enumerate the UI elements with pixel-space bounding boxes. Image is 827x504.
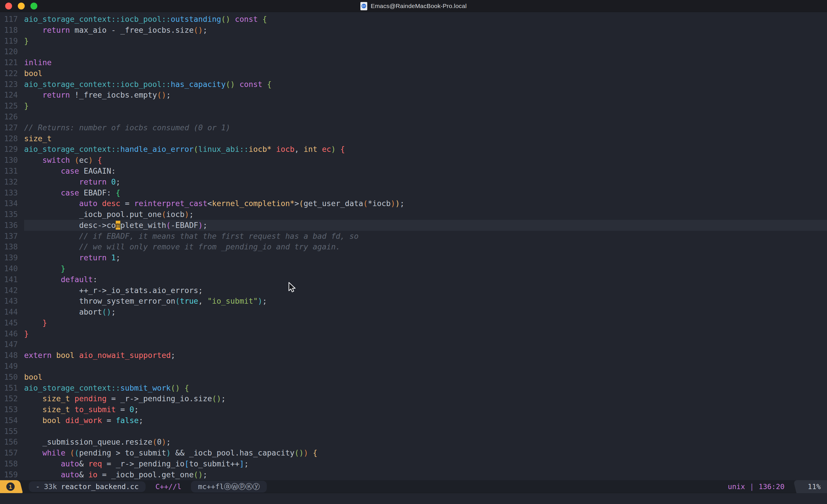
line-number: 119 xyxy=(0,36,18,47)
code-text[interactable]: aio_storage_context::handle_aio_error(li… xyxy=(24,144,827,155)
close-button[interactable] xyxy=(5,3,12,9)
line-number: 143 xyxy=(0,296,18,307)
modeline: 1 - 33k reactor_backend.cc C++//l mc++fl… xyxy=(0,480,827,493)
code-line: 122bool xyxy=(0,68,827,79)
code-text[interactable]: auto& req = _r->_pending_io[to_submit++]… xyxy=(24,458,827,469)
code-line: 133 case EBADF: { xyxy=(0,188,827,198)
code-line: 145 } xyxy=(0,317,827,329)
code-text[interactable]: _submission_queue.resize(0); xyxy=(24,437,827,447)
minimize-button[interactable] xyxy=(18,3,25,9)
window-number-badge: 1 xyxy=(0,480,25,493)
code-line: 144 abort(); xyxy=(0,307,827,317)
line-number: 132 xyxy=(0,177,18,188)
echo-area[interactable] xyxy=(0,493,827,504)
code-line: 153 size_t to_submit = 0; xyxy=(0,404,827,415)
code-text[interactable]: size_t pending = _r->_pending_io.size(); xyxy=(24,393,827,404)
code-text[interactable]: while ((pending > to_submit) && _iocb_po… xyxy=(24,447,827,458)
code-line: 132 return 0; xyxy=(0,177,827,188)
code-text[interactable]: } xyxy=(24,329,827,339)
code-text[interactable]: auto desc = reinterpret_cast<kernel_comp… xyxy=(24,198,827,209)
minor-modes-segment: mc++flⓐⓌⓟⓀⓨ xyxy=(191,481,266,493)
code-line: 136 desc->complete_with(-EBADF); xyxy=(0,220,827,231)
code-line: 158 auto& req = _r->_pending_io[to_submi… xyxy=(0,458,827,469)
code-text[interactable]: auto& io = _iocb_pool.get_one(); xyxy=(24,469,827,480)
scroll-percent-segment: 11% xyxy=(792,480,827,493)
code-text[interactable]: inline xyxy=(24,57,827,68)
code-line: 129aio_storage_context::handle_aio_error… xyxy=(0,144,827,155)
code-text[interactable]: // if EBADF, it means that the first req… xyxy=(24,231,827,242)
code-text[interactable]: return max_aio - _free_iocbs.size(); xyxy=(24,25,827,36)
code-text[interactable]: throw_system_error_on(true, "io_submit")… xyxy=(24,296,827,307)
code-text[interactable]: } xyxy=(24,100,827,111)
code-text[interactable]: return 1; xyxy=(24,252,827,263)
code-line: 118 return max_aio - _free_iocbs.size(); xyxy=(0,25,827,36)
code-text[interactable]: return !_free_iocbs.empty(); xyxy=(24,90,827,100)
line-number: 134 xyxy=(0,198,18,209)
line-number: 138 xyxy=(0,241,18,252)
line-number: 157 xyxy=(0,447,18,458)
code-text[interactable]: aio_storage_context::iocb_pool::has_capa… xyxy=(24,79,827,90)
code-text[interactable] xyxy=(24,46,827,57)
code-text[interactable]: return 0; xyxy=(24,177,827,188)
line-number: 137 xyxy=(0,231,18,242)
line-number: 131 xyxy=(0,166,18,177)
code-text[interactable]: } xyxy=(24,263,827,274)
code-text[interactable]: ++_r->_io_stats.aio_errors; xyxy=(24,285,827,296)
code-text[interactable] xyxy=(24,426,827,437)
eol-indicator: unix xyxy=(728,483,745,491)
code-text[interactable]: // Returns: number of iocbs consumed (0 … xyxy=(24,122,827,133)
code-line: 119} xyxy=(0,36,827,47)
code-line: 143 throw_system_error_on(true, "io_subm… xyxy=(0,296,827,307)
line-number: 148 xyxy=(0,350,18,361)
code-text[interactable]: } xyxy=(24,317,827,329)
code-text[interactable] xyxy=(24,361,827,372)
code-line: 117aio_storage_context::iocb_pool::outst… xyxy=(0,14,827,25)
major-mode[interactable]: C++//l xyxy=(155,483,181,491)
code-text[interactable] xyxy=(24,339,827,350)
code-text[interactable]: bool xyxy=(24,372,827,383)
line-number: 129 xyxy=(0,144,18,155)
code-text[interactable]: desc->complete_with(-EBADF); xyxy=(24,220,827,231)
code-line: 155 xyxy=(0,426,827,437)
buffer-name[interactable]: reactor_backend.cc xyxy=(61,483,139,491)
code-text[interactable]: size_t to_submit = 0; xyxy=(24,404,827,415)
code-line: 141 default: xyxy=(0,274,827,285)
code-text[interactable]: switch (ec) { xyxy=(24,155,827,166)
line-number: 133 xyxy=(0,188,18,198)
code-text[interactable]: extern bool aio_nowait_supported; xyxy=(24,350,827,361)
code-text[interactable]: case EAGAIN: xyxy=(24,166,827,177)
code-text[interactable] xyxy=(24,111,827,122)
zoom-button[interactable] xyxy=(31,3,37,9)
code-text[interactable]: aio_storage_context::iocb_pool::outstand… xyxy=(24,14,827,25)
code-line: 149 xyxy=(0,361,827,372)
code-line: 148extern bool aio_nowait_supported; xyxy=(0,350,827,361)
code-line: 152 size_t pending = _r->_pending_io.siz… xyxy=(0,393,827,404)
code-text[interactable]: } xyxy=(24,36,827,47)
minor-modes: mc++flⓐⓌⓟⓀⓨ xyxy=(198,482,259,491)
code-text[interactable]: bool did_work = false; xyxy=(24,415,827,426)
position-info: unix | 136:20 xyxy=(728,483,784,491)
code-editor[interactable]: 117aio_storage_context::iocb_pool::outst… xyxy=(0,12,827,480)
modeline-separator: | xyxy=(750,483,754,491)
line-number: 153 xyxy=(0,404,18,415)
code-text[interactable]: bool xyxy=(24,68,827,79)
code-text[interactable]: aio_storage_context::submit_work() { xyxy=(24,383,827,394)
code-text[interactable]: default: xyxy=(24,274,827,285)
line-number: 141 xyxy=(0,274,18,285)
code-text[interactable]: abort(); xyxy=(24,307,827,317)
cursor-position: 136:20 xyxy=(759,483,784,491)
code-line: 139 return 1; xyxy=(0,252,827,263)
line-number: 145 xyxy=(0,317,18,329)
line-number: 123 xyxy=(0,79,18,90)
code-line: 135 _iocb_pool.put_one(iocb); xyxy=(0,209,827,220)
code-line: 125} xyxy=(0,100,827,111)
code-text[interactable]: case EBADF: { xyxy=(24,188,827,198)
scroll-percent: 11% xyxy=(808,480,821,493)
code-text[interactable]: size_t xyxy=(24,133,827,144)
line-number: 150 xyxy=(0,372,18,383)
code-text[interactable]: // we will only remove it from _pending_… xyxy=(24,241,827,252)
buffer-size: 33k xyxy=(44,483,57,491)
code-text[interactable]: _iocb_pool.put_one(iocb); xyxy=(24,209,827,220)
code-line: 159 auto& io = _iocb_pool.get_one(); xyxy=(0,469,827,480)
line-number: 136 xyxy=(0,220,18,231)
